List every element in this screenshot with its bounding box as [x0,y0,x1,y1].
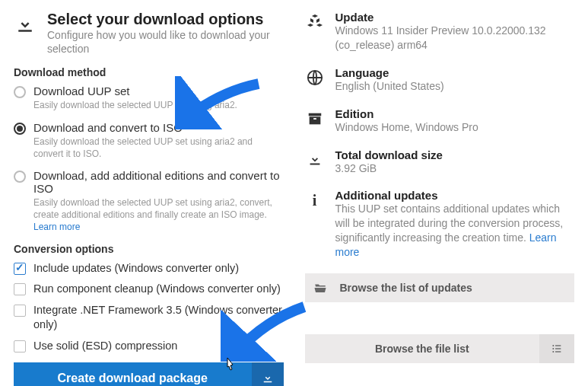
radio-label: Download, add additional editions and co… [33,169,284,195]
checkbox-component-cleanup[interactable]: Run component cleanup (Windows converter… [14,282,284,296]
size-value: 3.92 GiB [335,161,575,176]
browse-updates-button[interactable]: Browse the list of updates [305,273,575,302]
button-label: Browse the file list [305,343,540,355]
list-icon [539,334,574,363]
svg-rect-7 [555,348,561,349]
svg-rect-2 [309,116,320,124]
radio-download-uup[interactable]: Download UUP set Easily download the sel… [14,85,284,111]
checkbox-dotnet-35[interactable]: Integrate .NET Framework 3.5 (Windows co… [14,303,284,332]
checkbox-label: Include updates (Windows converter only) [33,261,239,276]
update-title: Update [335,11,575,24]
create-download-package-button[interactable]: Create download package [14,362,284,386]
additional-updates-desc: This UUP set contains additional updates… [335,202,575,260]
language-value: English (United States) [335,79,575,94]
checkbox-icon [14,283,26,295]
page-title: Select your download options [47,11,284,28]
radio-convert-iso[interactable]: Download and convert to ISO Easily downl… [14,121,284,160]
download-method-title: Download method [14,66,284,78]
checkbox-label: Use solid (ESD) compression [33,339,177,353]
radio-desc: Easily download the selected UUP set usi… [33,136,284,160]
globe-icon [305,68,325,88]
svg-point-4 [552,345,554,346]
conversion-options-title: Conversion options [14,243,284,255]
radio-desc: Easily download the selected UUP set usi… [33,196,284,234]
svg-rect-3 [313,118,316,120]
folder-open-icon [305,281,335,295]
svg-rect-9 [555,351,561,352]
edition-value: Windows Home, Windows Pro [335,120,575,135]
checkbox-icon [14,263,26,275]
svg-rect-5 [555,345,561,346]
button-label: Create download package [14,372,252,385]
radio-label: Download UUP set [33,85,284,97]
checkbox-icon [14,305,26,317]
radio-desc: Easily download the selected UUP set usi… [33,99,284,111]
checkbox-include-updates[interactable]: Include updates (Windows converter only) [14,261,284,276]
radio-icon [14,86,26,98]
svg-point-6 [552,348,554,349]
svg-rect-1 [308,113,321,116]
language-title: Language [335,66,575,79]
radio-label: Download and convert to ISO [33,121,284,134]
learn-more-link[interactable]: Learn more [33,222,80,232]
svg-point-8 [552,351,554,353]
checkbox-esd-compression[interactable]: Use solid (ESD) compression [14,339,284,353]
update-value: Windows 11 Insider Preview 10.0.22000.13… [335,24,575,53]
radio-icon [14,171,26,183]
edition-title: Edition [335,107,575,120]
page-subtitle: Configure how you would like to download… [47,28,284,56]
additional-updates-title: Additional updates [335,189,575,202]
checkbox-icon [14,340,26,353]
checkbox-label: Run component cleanup (Windows converter… [33,282,281,296]
browse-file-list-button[interactable]: Browse the file list [305,334,575,363]
checkbox-label: Integrate .NET Framework 3.5 (Windows co… [33,303,284,332]
radio-additional-editions-iso[interactable]: Download, add additional editions and co… [14,169,284,234]
download-icon [14,14,37,37]
cubes-icon [305,12,325,32]
download-size-icon [305,150,325,170]
archive-icon [305,109,325,129]
radio-icon [14,123,26,135]
size-title: Total download size [335,148,575,161]
download-icon [252,362,284,386]
button-label: Browse the list of updates [335,282,575,294]
info-icon: i [305,190,325,210]
